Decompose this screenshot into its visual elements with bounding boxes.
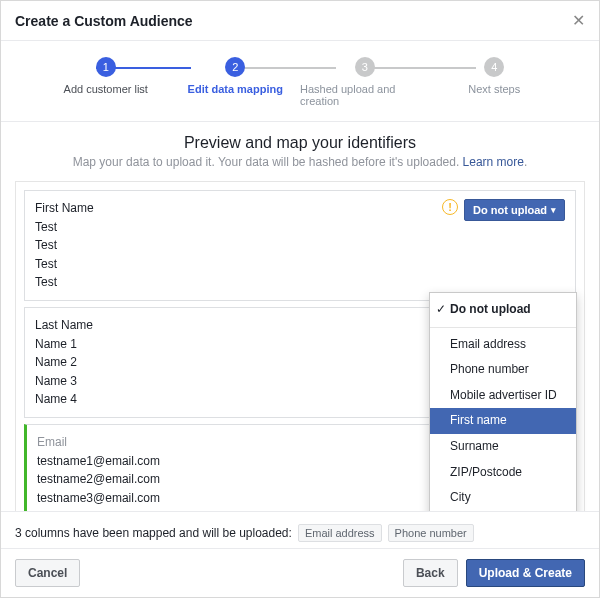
sub-desc: Map your data to upload it. Your data wi… <box>15 152 585 169</box>
column-header: Last Name <box>35 316 415 335</box>
step-label: Edit data mapping <box>188 83 283 95</box>
step-label: Hashed upload and creation <box>300 83 430 107</box>
footer-right: Back Upload & Create <box>403 559 585 587</box>
sample-row: Test <box>35 236 415 255</box>
sample-row: Name 1 <box>35 335 415 354</box>
mapped-pill: Phone number <box>388 524 474 542</box>
dropdown-item-mobile-advertiser-id[interactable]: Mobile advertiser ID <box>430 383 576 409</box>
card-data: Email testname1@email.com testname2@emai… <box>27 425 425 511</box>
sample-row: Name 3 <box>35 372 415 391</box>
mapped-pill: Email address <box>298 524 382 542</box>
dropdown-item-city[interactable]: City <box>430 485 576 511</box>
step-circle: 1 <box>96 57 116 77</box>
dropdown-item-first-name[interactable]: First name <box>430 408 576 434</box>
column-header: First Name <box>35 199 415 218</box>
content-area: Preview and map your identifiers Map you… <box>1 122 599 511</box>
step-edit-data-mapping[interactable]: 2 Edit data mapping <box>171 57 301 95</box>
back-button[interactable]: Back <box>403 559 458 587</box>
mapping-dropdown-button[interactable]: Do not upload ▾ <box>464 199 565 221</box>
sub-title: Preview and map your identifiers <box>15 134 585 152</box>
step-add-customer-list[interactable]: 1 Add customer list <box>41 57 171 95</box>
sample-row: testname3@email.com <box>37 489 415 508</box>
summary-text: 3 columns have been mapped and will be u… <box>15 526 292 540</box>
step-label: Add customer list <box>64 83 148 95</box>
sample-row: testname4@email.com <box>37 507 415 511</box>
stepper: 1 Add customer list 2 Edit data mapping … <box>1 41 599 122</box>
step-circle: 2 <box>225 57 245 77</box>
step-next-steps: 4 Next steps <box>430 57 560 95</box>
mapping-dropdown-menu[interactable]: ✓ Do not upload Email address Phone numb… <box>429 292 577 511</box>
dropdown-item-zip[interactable]: ZIP/Postcode <box>430 460 576 486</box>
sample-row: Name 4 <box>35 390 415 409</box>
step-circle: 4 <box>484 57 504 77</box>
mapped-summary: 3 columns have been mapped and will be u… <box>1 511 599 548</box>
card-data: Last Name Name 1 Name 2 Name 3 Name 4 <box>25 308 425 417</box>
sample-row: Test <box>35 273 415 292</box>
column-header: Email <box>37 433 415 452</box>
step-hashed-upload: 3 Hashed upload and creation <box>300 57 430 107</box>
sample-row: Name 2 <box>35 353 415 372</box>
divider <box>430 327 576 328</box>
sample-row: Test <box>35 218 415 237</box>
chevron-down-icon: ▾ <box>551 205 556 215</box>
warning-icon: ! <box>442 199 458 215</box>
mapping-card-first-name: First Name Test Test Test Test ! Do not … <box>24 190 576 301</box>
cancel-button[interactable]: Cancel <box>15 559 80 587</box>
learn-more-link[interactable]: Learn more <box>463 155 524 169</box>
card-data: First Name Test Test Test Test <box>25 191 425 300</box>
dropdown-item-phone[interactable]: Phone number <box>430 357 576 383</box>
sample-row: testname2@email.com <box>37 470 415 489</box>
upload-create-button[interactable]: Upload & Create <box>466 559 585 587</box>
sample-row: testname1@email.com <box>37 452 415 471</box>
modal: Create a Custom Audience ✕ 1 Add custome… <box>0 0 600 598</box>
dropdown-item-do-not-upload[interactable]: ✓ Do not upload <box>430 297 576 323</box>
dropdown-item-surname[interactable]: Surname <box>430 434 576 460</box>
dropdown-item-email[interactable]: Email address <box>430 332 576 358</box>
modal-title: Create a Custom Audience <box>15 13 193 29</box>
step-label: Next steps <box>468 83 520 95</box>
sub-header: Preview and map your identifiers Map you… <box>15 122 585 171</box>
checkmark-icon: ✓ <box>436 302 446 318</box>
modal-footer: Cancel Back Upload & Create <box>1 548 599 597</box>
close-icon[interactable]: ✕ <box>572 11 585 30</box>
modal-header: Create a Custom Audience ✕ <box>1 1 599 41</box>
sample-row: Test <box>35 255 415 274</box>
card-actions: ! Do not upload ▾ <box>425 191 575 300</box>
step-circle: 3 <box>355 57 375 77</box>
